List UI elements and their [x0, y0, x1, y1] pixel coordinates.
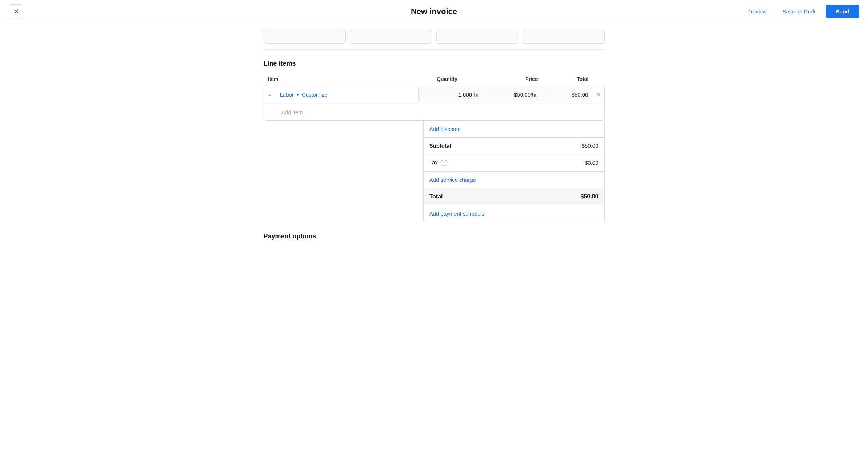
page-title: New invoice — [411, 7, 457, 16]
total-label: Total — [429, 193, 443, 200]
save-draft-button[interactable]: Save as Draft — [777, 5, 821, 17]
customize-link[interactable]: Customize — [302, 91, 328, 98]
top-fields-row — [264, 23, 605, 50]
tax-label: Tax i — [429, 159, 448, 166]
total-value: $50.00 — [581, 193, 598, 200]
total-row: Total $50.00 — [424, 188, 604, 205]
header-left: ✕ — [9, 4, 23, 19]
summary-area: Add discount Subtotal $50.00 Tax i $0.00… — [264, 121, 605, 222]
tax-info-icon[interactable]: i — [441, 160, 447, 166]
field-1[interactable] — [264, 29, 346, 44]
field-2[interactable] — [350, 29, 432, 44]
line-items-title: Line items — [264, 60, 605, 67]
send-button[interactable]: Send — [826, 5, 859, 18]
main-content: Line items Item Quantity Price Total ≡ L… — [235, 23, 634, 259]
col-total: Total — [538, 76, 589, 82]
add-discount-label: Add discount — [429, 126, 461, 132]
tax-row: Tax i $0.00 — [424, 154, 604, 172]
field-3[interactable] — [436, 29, 518, 44]
quantity-value: 1.000 — [458, 91, 472, 98]
quantity-cell[interactable]: 1.000 hr — [419, 87, 484, 102]
preview-button[interactable]: Preview — [741, 5, 772, 17]
add-payment-schedule-label: Add payment schedule — [429, 210, 485, 217]
delete-icon: ✕ — [596, 91, 601, 98]
add-payment-schedule-row[interactable]: Add payment schedule — [424, 205, 604, 222]
col-item: Item — [268, 76, 415, 82]
add-service-charge-row[interactable]: Add service charge — [424, 172, 604, 188]
subtotal-label: Subtotal — [429, 143, 451, 149]
line-items-table: ≡ Labor ▾ Customize 1.000 hr $50.00/hr $… — [264, 85, 605, 121]
header: ✕ New invoice Preview Save as Draft Send — [0, 0, 868, 23]
header-actions: Preview Save as Draft Send — [741, 5, 859, 18]
tax-value: $0.00 — [585, 160, 598, 166]
subtotal-row: Subtotal $50.00 — [424, 138, 604, 154]
add-item-placeholder: Add item — [281, 109, 303, 115]
total-value: $50.00 — [572, 91, 588, 98]
payment-options-title: Payment options — [264, 233, 605, 240]
add-item-row[interactable]: Add item — [264, 104, 604, 120]
close-icon: ✕ — [13, 8, 19, 16]
table-header: Item Quantity Price Total — [264, 73, 605, 85]
quantity-unit: hr — [474, 91, 479, 98]
total-cell: $50.00 — [542, 87, 593, 102]
subtotal-value: $50.00 — [582, 143, 598, 149]
summary-panel: Add discount Subtotal $50.00 Tax i $0.00… — [423, 121, 605, 222]
add-service-charge-label: Add service charge — [429, 177, 476, 183]
add-discount-row[interactable]: Add discount — [424, 121, 604, 138]
delete-cell: ✕ — [593, 91, 604, 98]
price-value: $50.00/hr — [514, 91, 537, 98]
dropdown-icon[interactable]: ▾ — [297, 92, 299, 97]
col-quantity: Quantity — [415, 76, 480, 82]
delete-row-button[interactable]: ✕ — [596, 91, 601, 98]
item-name[interactable]: Labor — [280, 91, 294, 98]
close-button[interactable]: ✕ — [9, 4, 23, 19]
drag-handle-icon[interactable]: ≡ — [264, 92, 276, 98]
price-cell[interactable]: $50.00/hr — [484, 87, 542, 102]
field-4[interactable] — [523, 29, 605, 44]
item-cell: Labor ▾ Customize — [276, 87, 419, 102]
col-price: Price — [480, 76, 538, 82]
table-row: ≡ Labor ▾ Customize 1.000 hr $50.00/hr $… — [264, 85, 604, 104]
